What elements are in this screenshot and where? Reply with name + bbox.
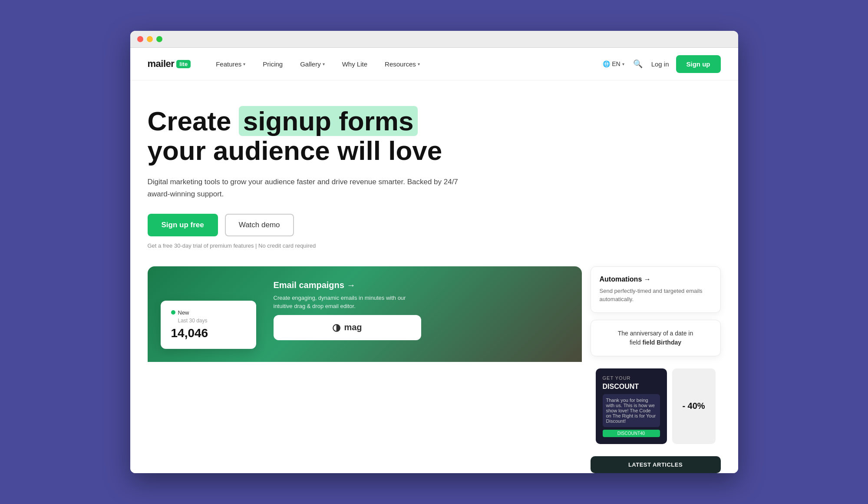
nav-item-resources[interactable]: Resources ▾ [377, 57, 428, 71]
nav-item-gallery[interactable]: Gallery ▾ [292, 57, 333, 71]
discount-code-area: Thank you for being with us. This is how… [603, 394, 660, 427]
discount-get: GET YOUR [603, 375, 660, 381]
discount-percent: - 40% [682, 401, 705, 411]
signup-free-button[interactable]: Sign up free [148, 214, 218, 236]
chevron-down-icon-lang: ▾ [622, 62, 624, 66]
hero-headline: Create signup forms your audience will l… [148, 106, 504, 166]
nav-item-pricing[interactable]: Pricing [255, 57, 290, 71]
logo-text: mailer [148, 58, 175, 70]
chevron-down-icon-gallery: ▾ [323, 62, 325, 66]
headline-part2: your audience will love [148, 136, 442, 166]
nav-item-why-lite[interactable]: Why Lite [334, 57, 375, 71]
logo-badge: lite [176, 60, 191, 68]
navbar: mailer lite Features ▾ Pricing Gallery ▾… [130, 48, 738, 80]
discount-code-badge: DISCOUNT40 [603, 430, 660, 437]
birthday-field-name: field Birthday [643, 339, 681, 346]
automations-card: Automations → Send perfectly-timed and t… [591, 266, 721, 313]
hero-lower: New Last 30 days 14,046 Email campaigns … [148, 266, 721, 473]
mag-icon: ◑ [332, 322, 340, 333]
stats-indicator: New [171, 309, 246, 316]
browser-chrome [130, 31, 738, 48]
automations-title[interactable]: Automations → [600, 275, 712, 283]
hero-subtitle: Digital marketing tools to grow your aud… [148, 176, 478, 199]
nav-label-pricing: Pricing [263, 60, 283, 68]
feature-sidebar: Automations → Send perfectly-timed and t… [591, 266, 721, 473]
chevron-down-icon-resources: ▾ [418, 62, 420, 66]
hero-disclaimer: Get a free 30-day trial of premium featu… [148, 242, 721, 249]
discount-headline: DISCOUNT [603, 382, 660, 391]
mag-preview: ◑ mag [274, 315, 421, 340]
email-campaign-desc: Create engaging, dynamic emails in minut… [274, 294, 421, 311]
nav-item-features[interactable]: Features ▾ [208, 57, 253, 71]
visual-inner: New Last 30 days 14,046 Email campaigns … [148, 267, 582, 362]
nav-label-features: Features [216, 60, 241, 68]
lang-label: EN [612, 60, 620, 67]
chevron-down-icon: ▾ [243, 62, 245, 66]
traffic-lights [137, 36, 162, 42]
headline-highlight: signup forms [239, 106, 418, 136]
stats-number: 14,046 [171, 326, 246, 340]
globe-icon: 🌐 [603, 60, 610, 67]
nav-links: Features ▾ Pricing Gallery ▾ Why Lite Re… [208, 57, 603, 71]
discount-card-light: - 40% [672, 368, 716, 444]
mag-logo: ◑ mag [332, 322, 362, 333]
discount-card-dark: GET YOUR DISCOUNT Thank you for being wi… [596, 368, 667, 444]
hero-visual: New Last 30 days 14,046 Email campaigns … [148, 266, 582, 362]
nav-label-gallery: Gallery [300, 60, 321, 68]
stats-sublabel: Last 30 days [178, 318, 246, 324]
birthday-label: field [630, 339, 643, 346]
nav-label-why-lite: Why Lite [342, 60, 367, 68]
language-selector[interactable]: 🌐 EN ▾ [603, 60, 624, 67]
latest-articles-card: LATEST ARTICLES [591, 456, 721, 473]
browser-window: mailer lite Features ▾ Pricing Gallery ▾… [130, 31, 738, 473]
traffic-light-green[interactable] [156, 36, 162, 42]
browser-content: mailer lite Features ▾ Pricing Gallery ▾… [130, 48, 738, 473]
discount-code-label: Thank you for being with us. This is how… [606, 398, 657, 424]
stats-card: New Last 30 days 14,046 [161, 301, 256, 349]
search-icon: 🔍 [633, 60, 643, 68]
traffic-light-yellow[interactable] [147, 36, 153, 42]
traffic-light-red[interactable] [137, 36, 143, 42]
hero-cta: Sign up free Watch demo [148, 214, 721, 236]
discount-section: GET YOUR DISCOUNT Thank you for being wi… [591, 363, 721, 449]
stats-dot [171, 310, 175, 315]
automations-desc: Send perfectly-timed and targeted emails… [600, 287, 712, 304]
stats-label: New [178, 309, 189, 316]
nav-actions: 🌐 EN ▾ 🔍 Log in Sign up [603, 55, 720, 73]
watch-demo-button[interactable]: Watch demo [225, 214, 294, 236]
mag-text: mag [344, 322, 362, 332]
birthday-text: The anniversary of a date in field field… [601, 329, 710, 347]
headline-part1: Create [148, 106, 231, 136]
hero-section: Create signup forms your audience will l… [130, 80, 738, 473]
nav-label-resources: Resources [385, 60, 416, 68]
email-campaign-info: Email campaigns → Create engaging, dynam… [274, 280, 421, 349]
birthday-card: The anniversary of a date in field field… [591, 320, 721, 356]
login-link[interactable]: Log in [651, 60, 669, 68]
logo[interactable]: mailer lite [148, 58, 191, 70]
main-visual-area: New Last 30 days 14,046 Email campaigns … [148, 266, 582, 362]
signup-button[interactable]: Sign up [676, 55, 721, 73]
email-campaign-title[interactable]: Email campaigns → [274, 280, 421, 290]
search-button[interactable]: 🔍 [631, 57, 644, 70]
birthday-line1: The anniversary of a date in [618, 330, 693, 337]
